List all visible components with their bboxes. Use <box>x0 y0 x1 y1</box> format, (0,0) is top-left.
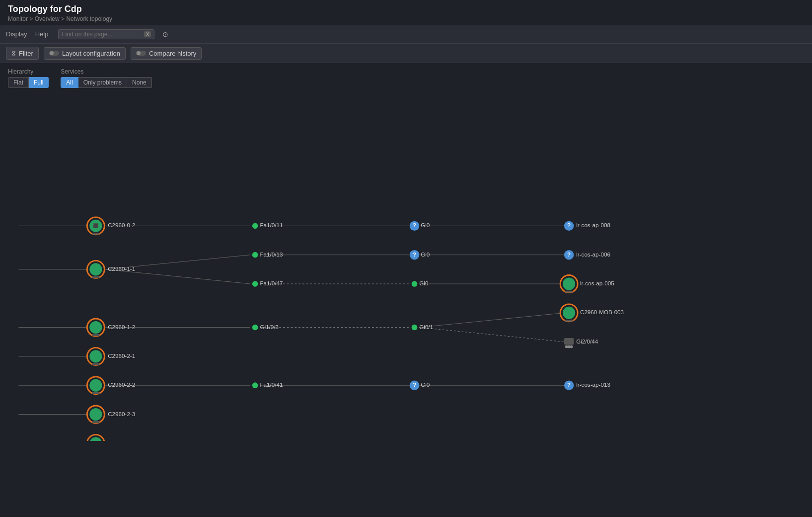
device-body-mob <box>563 307 575 319</box>
device-body <box>89 321 102 334</box>
line-gi0-4-mob003 <box>419 313 564 327</box>
label-c2960-2-2: C2960-2-2 <box>108 381 135 388</box>
node-gi2-0-44[interactable] <box>564 338 574 348</box>
port-gi0-2-icon: ? <box>413 251 416 258</box>
port-gi0-4[interactable] <box>412 325 418 331</box>
device-icon: ⬛ <box>93 223 98 229</box>
top-bar: Display Help X ⊙ <box>0 25 812 43</box>
label-fa1-0-13: Fa1/0/13 <box>260 251 283 258</box>
device-base <box>92 363 100 365</box>
node-c2960-mob-003[interactable] <box>560 304 578 322</box>
search-nav-button[interactable]: ⊙ <box>162 30 168 38</box>
problems-button[interactable]: Only problems <box>78 77 127 88</box>
label-lr-cos-ap-013: lr-cos-ap-013 <box>576 381 610 388</box>
label-c2960-3-1: C2960-3-1 <box>108 439 135 441</box>
label-fa1-0-11: Fa1/0/11 <box>260 222 283 228</box>
label-c2960-1-2: C2960-1-2 <box>108 324 135 330</box>
label-c2960-2-1: C2960-2-1 <box>108 352 135 359</box>
filter-label: Filter <box>19 50 33 57</box>
compare-history-button[interactable]: Compare history <box>131 47 202 60</box>
label-gi1-0-3: Gi1/0/3 <box>260 324 279 330</box>
search-input[interactable] <box>62 31 141 38</box>
label-lr-cos-ap-005: lr-cos-ap-005 <box>580 280 614 286</box>
label-c2960-2-3: C2960-2-3 <box>108 411 135 417</box>
device-base <box>92 334 100 336</box>
filter-button[interactable]: ⧖ Filter <box>6 47 39 60</box>
device-base <box>92 392 100 394</box>
services-btn-group: All Only problems None <box>61 77 151 88</box>
label-c2960-mob-003: C2960-MOB-003 <box>580 309 624 315</box>
topology-svg: ⬛ C2960-0-2 C2960-1-1 C2960-1-2 C2960-2-… <box>0 93 812 441</box>
node-lr-cos-ap-013-icon: ? <box>567 381 571 388</box>
port-gi0-1-icon: ? <box>413 222 416 228</box>
port-fa1-0-13[interactable] <box>252 252 258 258</box>
full-button[interactable]: Full <box>29 77 49 88</box>
label-lr-cos-ap-008: lr-cos-ap-008 <box>576 222 610 228</box>
node-lr-cos-ap-006-icon: ? <box>567 251 571 258</box>
node-c2960-2-1[interactable] <box>87 347 104 365</box>
port-wheel-r <box>570 345 573 348</box>
services-label: Services <box>61 68 151 75</box>
filter-bar: Hierarchy Flat Full Services All Only pr… <box>0 63 812 93</box>
label-gi0-4: Gi0/1 <box>419 324 433 330</box>
label-fa1-0-41: Fa1/0/41 <box>260 381 283 388</box>
label-gi0-2: Gi0 <box>421 251 430 258</box>
flat-button[interactable]: Flat <box>8 77 29 88</box>
label-gi0-5: Gi0 <box>421 381 430 388</box>
none-button[interactable]: None <box>127 77 152 88</box>
layout-toggle-icon <box>49 51 59 56</box>
label-lr-cos-ap-006: lr-cos-ap-006 <box>576 251 610 258</box>
title-section: Topology for Cdp Monitor > Overview > Ne… <box>0 0 812 25</box>
search-clear-button[interactable]: X <box>144 31 150 37</box>
all-button[interactable]: All <box>61 77 78 88</box>
device-base <box>92 233 100 235</box>
device-base <box>92 421 100 423</box>
breadcrumb: Monitor > Overview > Network topology <box>8 15 804 22</box>
toolbar: ⧖ Filter Layout configuration Compare hi… <box>0 43 812 63</box>
node-lr-cos-ap-008-icon: ? <box>567 222 571 228</box>
node-c2960-2-2[interactable] <box>87 377 104 394</box>
device-body-005 <box>563 277 575 290</box>
compare-label: Compare history <box>149 50 196 57</box>
hierarchy-btn-group: Flat Full <box>8 77 49 88</box>
label-fa1-0-47: Fa1/0/47 <box>260 280 283 286</box>
layout-label: Layout configuration <box>62 50 120 57</box>
label-gi0-1: Gi0 <box>421 222 430 228</box>
services-group: Services All Only problems None <box>61 68 151 88</box>
help-menu[interactable]: Help <box>35 30 49 38</box>
compare-toggle-icon <box>136 51 146 56</box>
layout-config-button[interactable]: Layout configuration <box>44 47 126 60</box>
device-body <box>89 379 102 392</box>
page-title: Topology for Cdp <box>8 4 804 14</box>
device-body <box>89 263 102 275</box>
port-gi0-5-icon: ? <box>413 381 416 388</box>
node-c2960-0-2[interactable]: ⬛ <box>87 217 104 235</box>
port-gi1-0-3[interactable] <box>252 325 258 331</box>
search-wrapper: X <box>58 29 154 39</box>
label-gi0-3: Gi0 <box>419 280 429 286</box>
port-fa1-0-11[interactable] <box>252 223 258 229</box>
port-fa1-0-47[interactable] <box>252 281 258 287</box>
port-body <box>564 338 574 345</box>
node-c2960-1-2[interactable] <box>87 319 104 336</box>
device-body <box>89 350 102 362</box>
display-menu[interactable]: Display <box>6 30 27 38</box>
line-gi0-4-gi2-0-44 <box>419 328 564 342</box>
node-lr-cos-ap-005[interactable] <box>560 275 578 293</box>
label-c2960-1-1: C2960-1-1 <box>108 265 135 272</box>
device-base <box>92 276 100 278</box>
label-gi2-0-44: Gi2/0/44 <box>576 338 598 345</box>
device-base-005 <box>565 291 573 293</box>
device-body <box>89 408 102 421</box>
topology-canvas: ⬛ C2960-0-2 C2960-1-1 C2960-1-2 C2960-2-… <box>0 93 812 441</box>
node-c2960-3-1[interactable] <box>87 434 104 441</box>
port-fa1-0-41[interactable] <box>252 382 258 388</box>
device-base-mob <box>565 320 573 322</box>
node-c2960-2-3[interactable] <box>87 406 104 423</box>
hierarchy-group: Hierarchy Flat Full <box>8 68 49 88</box>
filter-icon: ⧖ <box>11 49 16 57</box>
hierarchy-label: Hierarchy <box>8 68 49 75</box>
node-c2960-1-1[interactable] <box>87 260 104 278</box>
port-gi0-3[interactable] <box>412 281 418 287</box>
label-c2960-0-2: C2960-0-2 <box>108 222 135 228</box>
